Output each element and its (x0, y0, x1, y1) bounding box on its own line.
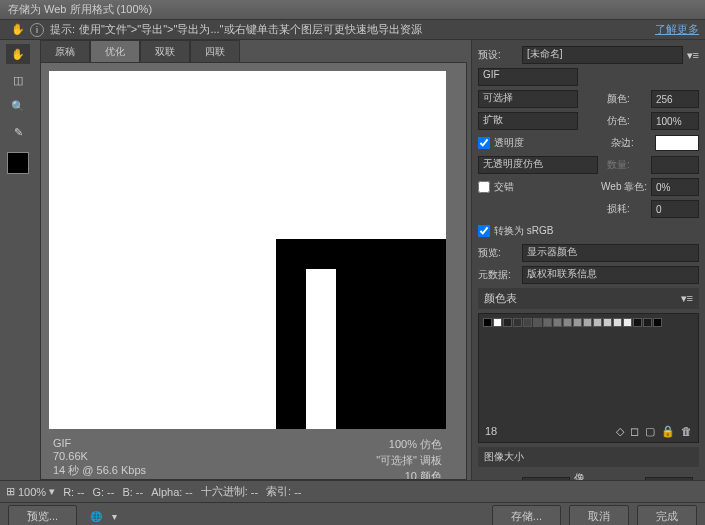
learn-more-link[interactable]: 了解更多 (655, 22, 699, 37)
tip-text: 使用"文件">"导出">"导出为..."或右键单击某个图层可更快速地导出资源 (79, 22, 421, 37)
dropdown-icon[interactable]: ▾ (107, 510, 121, 524)
browser-icon[interactable]: 🌐 (89, 510, 103, 524)
srgb-label: 转换为 sRGB (494, 224, 553, 238)
loss-label: 损耗: (607, 202, 647, 216)
colors-input[interactable] (651, 90, 699, 108)
preview-select[interactable]: 显示器颜色 (522, 244, 699, 262)
zoom-dropdown-icon[interactable]: ▾ (49, 485, 55, 498)
save-button[interactable]: 存储... (492, 505, 561, 525)
dither-label: 仿色: (607, 114, 647, 128)
color-swatch-item[interactable] (533, 318, 542, 327)
color-swatch-item[interactable] (633, 318, 642, 327)
color-swatch-item[interactable] (503, 318, 512, 327)
color-swatch-item[interactable] (653, 318, 662, 327)
link-icon[interactable]: ⎘ (589, 478, 597, 480)
matte-color[interactable] (655, 135, 699, 151)
preview-shape (276, 239, 446, 429)
info-icon: i (30, 23, 44, 37)
colortable-count: 18 (485, 425, 497, 438)
color-swatch-item[interactable] (543, 318, 552, 327)
trans-dither-select[interactable]: 无透明度仿色 (478, 156, 598, 174)
trash-icon[interactable]: 🗑 (681, 425, 692, 438)
info-colors: 10 颜色 (376, 469, 442, 480)
tab-optimized[interactable]: 优化 (90, 40, 140, 62)
imagesize-header: 图像大小 (478, 447, 699, 467)
px-label: 像素 (574, 471, 585, 480)
status-box-icon[interactable]: ⊞ (6, 485, 15, 498)
preset-label: 预设: (478, 48, 518, 62)
transparency-label: 透明度 (494, 136, 534, 150)
matte-label: 杂边: (611, 136, 651, 150)
color-swatch-item[interactable] (553, 318, 562, 327)
websnap-label: Web 靠色: (601, 180, 647, 194)
canvas[interactable] (49, 71, 446, 429)
color-swatch-item[interactable] (493, 318, 502, 327)
tab-4up[interactable]: 四联 (190, 40, 240, 62)
color-swatch-item[interactable] (513, 318, 522, 327)
color-swatch-item[interactable] (583, 318, 592, 327)
color-swatch-item[interactable] (593, 318, 602, 327)
color-swatch-item[interactable] (523, 318, 532, 327)
hand-tool[interactable]: ✋ (6, 44, 30, 64)
color-table: 18 ◇ ◻ ▢ 🔒 🗑 (478, 313, 699, 443)
interlace-checkbox[interactable] (478, 181, 490, 193)
info-pct: 100% 仿色 (376, 437, 442, 452)
zoom-tool[interactable]: 🔍 (6, 96, 30, 116)
hand-tool-icon[interactable]: ✋ (6, 20, 30, 40)
window-title: 存储为 Web 所用格式 (100%) (8, 2, 152, 17)
dither-select[interactable]: 扩散 (478, 112, 578, 130)
interlace-label: 交错 (494, 180, 534, 194)
canvas-info: GIF 70.66K 14 秒 @ 56.6 Kbps 100% 仿色 "可选择… (49, 435, 446, 479)
footer: 预览... 🌐▾ 存储... 取消 完成 (0, 502, 705, 525)
color-swatch[interactable] (7, 152, 29, 174)
metadata-select[interactable]: 版权和联系信息 (522, 266, 699, 284)
color-swatch-item[interactable] (643, 318, 652, 327)
colortable-menu-icon[interactable]: ▾≡ (681, 292, 693, 305)
colors-label: 颜色: (607, 92, 647, 106)
srgb-checkbox[interactable] (478, 225, 490, 237)
color-swatch-item[interactable] (613, 318, 622, 327)
width-input[interactable] (522, 477, 570, 480)
color-swatch-item[interactable] (563, 318, 572, 327)
ct-icon-3[interactable]: ▢ (645, 425, 655, 438)
loss-input[interactable] (651, 200, 699, 218)
websnap-input[interactable] (651, 178, 699, 196)
tab-2up[interactable]: 双联 (140, 40, 190, 62)
colortable-header: 颜色表 ▾≡ (478, 288, 699, 309)
tip-label: 提示: (50, 22, 75, 37)
settings-panel: 预设: [未命名] ▾≡ GIF 可选择 颜色: 扩散 仿色: 透明度 杂边: … (471, 40, 705, 480)
percent-input[interactable] (645, 477, 693, 480)
metadata-label: 元数据: (478, 268, 518, 282)
ct-icon-1[interactable]: ◇ (616, 425, 624, 438)
preset-select[interactable]: [未命名] (522, 46, 683, 64)
color-swatch-item[interactable] (483, 318, 492, 327)
preview-tabs: 原稿 优化 双联 四联 (40, 40, 467, 62)
preview-button[interactable]: 预览... (8, 505, 77, 525)
color-swatch-item[interactable] (573, 318, 582, 327)
tab-original[interactable]: 原稿 (40, 40, 90, 62)
reduction-select[interactable]: 可选择 (478, 90, 578, 108)
zoom-value[interactable]: 100% (18, 486, 46, 498)
status-bar: ⊞100%▾ R:-- G:-- B:-- Alpha:-- 十六进制:-- 索… (0, 480, 705, 502)
info-time: 14 秒 @ 56.6 Kbps (53, 463, 146, 478)
ct-icon-2[interactable]: ◻ (630, 425, 639, 438)
lock-icon[interactable]: 🔒 (661, 425, 675, 438)
done-button[interactable]: 完成 (637, 505, 697, 525)
format-select[interactable]: GIF (478, 68, 578, 86)
color-swatch-item[interactable] (603, 318, 612, 327)
canvas-area: GIF 70.66K 14 秒 @ 56.6 Kbps 100% 仿色 "可选择… (40, 62, 467, 480)
color-swatch-item[interactable] (623, 318, 632, 327)
left-toolbar: ✋ ◫ 🔍 ✎ (0, 40, 36, 480)
dither-input[interactable] (651, 112, 699, 130)
cancel-button[interactable]: 取消 (569, 505, 629, 525)
pct-label: 百分比: (601, 479, 641, 480)
info-sel: "可选择" 调板 (376, 453, 442, 468)
info-format: GIF (53, 437, 146, 449)
eyedropper-tool[interactable]: ✎ (6, 122, 30, 142)
slice-tool[interactable]: ◫ (6, 70, 30, 90)
preset-menu-icon[interactable]: ▾≡ (687, 49, 699, 62)
tip-bar: ✋ i 提示: 使用"文件">"导出">"导出为..."或右键单击某个图层可更快… (0, 20, 705, 40)
info-size: 70.66K (53, 450, 146, 462)
amount-label: 数量: (607, 158, 647, 172)
transparency-checkbox[interactable] (478, 137, 490, 149)
